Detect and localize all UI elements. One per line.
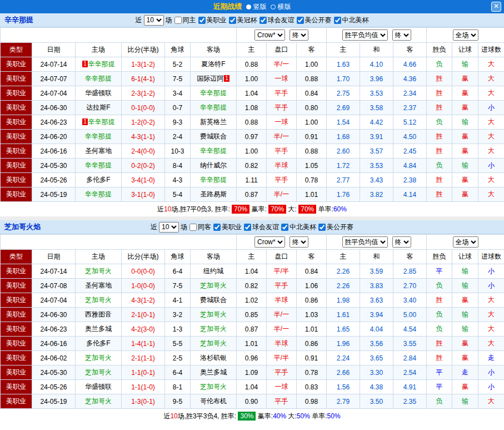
asian-handicap-line: 平手 (267, 365, 297, 380)
result-handicap: 输 (452, 394, 478, 409)
table-row: 美职业24-07-08圣何塞地1-0(0-0)7-5芝加哥火0.82平手1.06… (1, 279, 504, 293)
asian-time-select[interactable]: 终 (290, 29, 308, 41)
same-venue-checkbox[interactable] (189, 224, 197, 231)
euro-home-avg: 1.61 (327, 308, 360, 322)
result-goals: 大 (478, 57, 504, 72)
result-win-lose: 负 (427, 322, 452, 337)
euro-time-select[interactable]: 终 (392, 29, 411, 41)
odds-selector-row: Crow*终 胜平负均值终 全场 (1, 235, 504, 250)
euro-draw-avg: 3.63 (360, 293, 393, 308)
euro-home-avg: 1.98 (327, 293, 360, 308)
corners: 6-4 (165, 365, 191, 380)
result-goals: 大 (478, 337, 504, 351)
asian-home-odds: 1.04 (237, 264, 267, 279)
match-date: 24-07-14 (32, 264, 76, 279)
euro-away-avg: 3.55 (393, 337, 427, 351)
euro-draw-avg: 4.10 (360, 57, 393, 72)
col-header-score: 比分(半场) (122, 43, 165, 57)
asian-home-odds: 1.11 (237, 173, 267, 187)
col-header-type: 类型 (1, 250, 32, 264)
asian-away-odds: 1.00 (297, 57, 327, 72)
euro-draw-avg: 3.82 (360, 187, 393, 202)
league-3-checkbox[interactable] (297, 17, 304, 24)
league-1-label: 球会友谊 (252, 223, 279, 232)
view-option-vertical[interactable]: 竖版 (246, 2, 267, 12)
corners: 4-1 (165, 293, 191, 308)
close-button[interactable]: ✕ (491, 2, 501, 12)
euro-draw-avg: 3.94 (360, 308, 393, 322)
view-option-horizontal[interactable]: 横版 (271, 2, 291, 12)
result-goals: 大 (478, 72, 504, 86)
euro-time-select[interactable]: 终 (392, 236, 411, 248)
section-header: 辛辛那提 近10场同主美职业美冠杯球会友谊美公开赛中北美杯 (0, 13, 504, 27)
asian-home-odds: 1.02 (237, 293, 267, 308)
league-1-checkbox[interactable] (244, 224, 251, 231)
asian-time-select[interactable]: 终 (290, 236, 308, 248)
euro-away-avg: 3.40 (393, 293, 427, 308)
euro-draw-avg: 3.83 (360, 279, 393, 293)
home-team: 辛辛那提 (76, 159, 122, 173)
league-0-filter: 美职业 (213, 223, 242, 232)
corners: 4-3 (165, 173, 191, 187)
away-team: 芝加哥火 (191, 322, 237, 337)
asian-handicap-line: 半球 (267, 159, 297, 173)
unit-label: 场 (166, 16, 172, 25)
league-type: 美职业 (1, 293, 32, 308)
bookmaker-select[interactable]: Crow* (255, 29, 285, 41)
filter-bar: 近10场同客美职业球会友谊中北美杯美公开赛 (151, 222, 353, 233)
result-win-lose: 负 (427, 115, 452, 130)
score-halftime: 1-4(1-1) (122, 337, 165, 351)
home-team: 辛辛那提 (76, 187, 122, 202)
matches-table: Crow*终 胜平负均值终 全场 类型 日期 主场 比分(半场) 角球 客场 (0, 234, 504, 409)
euro-draw-avg: 3.43 (360, 173, 393, 187)
euro-away-avg: 4.36 (393, 72, 427, 86)
col-header-euro-home: 主 (327, 250, 360, 264)
euro-home-avg: 2.26 (327, 279, 360, 293)
home-team: 芝加哥火 (76, 365, 122, 380)
league-3-checkbox[interactable] (318, 224, 326, 231)
euro-home-avg: 2.60 (327, 144, 360, 159)
league-4-checkbox[interactable] (334, 17, 341, 24)
result-win-lose: 胜 (427, 72, 452, 86)
match-count-select[interactable]: 10 (144, 15, 164, 26)
league-2-checkbox[interactable] (281, 224, 288, 231)
summary-row: 近10场,胜7平0负3, 胜率: 70% 赢率: 70% 大: 70% 单率:6… (0, 202, 504, 216)
asian-handicap-line: 半/一 (267, 57, 297, 72)
score-halftime: 6-1(4-1) (122, 72, 165, 86)
match-date: 24-07-14 (32, 57, 76, 72)
table-row: 美职业24-06-16多伦多F1-4(1-1)5-5芝加哥火1.01半球0.86… (1, 337, 504, 351)
match-date: 24-07-04 (32, 293, 76, 308)
league-2-checkbox[interactable] (260, 17, 267, 24)
match-count-select[interactable]: 10 (159, 222, 179, 233)
scope-select[interactable]: 全场 (453, 236, 478, 248)
euro-avg-select[interactable]: 胜平负均值 (342, 29, 388, 41)
scope-select[interactable]: 全场 (453, 29, 478, 41)
euro-away-avg: 4.14 (393, 187, 427, 202)
corners: 7-5 (165, 279, 191, 293)
league-0-checkbox[interactable] (198, 17, 206, 24)
table-row: 美职业24-07-14芝加哥火0-0(0-0)6-4纽约城1.04平/半0.84… (1, 264, 504, 279)
bookmaker-select[interactable]: Crow* (255, 236, 285, 248)
result-win-lose: 胜 (427, 293, 452, 308)
euro-avg-select[interactable]: 胜平负均值 (342, 236, 388, 248)
same-venue-filter: 同客 (189, 223, 211, 232)
asian-handicap-line: 一球 (267, 115, 297, 130)
result-handicap: 赢 (452, 351, 478, 365)
away-team: 洛杉矶银 (191, 351, 237, 365)
result-handicap: 输 (452, 308, 478, 322)
league-3-filter: 美公开赛 (318, 223, 353, 232)
corners: 10-3 (165, 144, 191, 159)
league-1-checkbox[interactable] (229, 17, 236, 24)
league-0-checkbox[interactable] (213, 224, 221, 231)
score-halftime: 2-3(1-2) (122, 86, 165, 101)
summary-part: 70% (268, 205, 286, 214)
same-venue-checkbox[interactable] (174, 17, 182, 24)
asian-handicap-line: 平手 (267, 86, 297, 101)
away-team: 芝加哥火 (191, 337, 237, 351)
near-label: 近 (151, 223, 157, 232)
asian-away-odds: 1.01 (297, 322, 327, 337)
home-team: 圣何塞地 (76, 144, 122, 159)
col-header-asian-away: 客 (297, 43, 327, 57)
matches-table: Crow*终 胜平负均值终 全场 类型 日期 主场 比分(半场) 角球 客场 (0, 27, 504, 202)
euro-away-avg: 4.50 (393, 130, 427, 144)
